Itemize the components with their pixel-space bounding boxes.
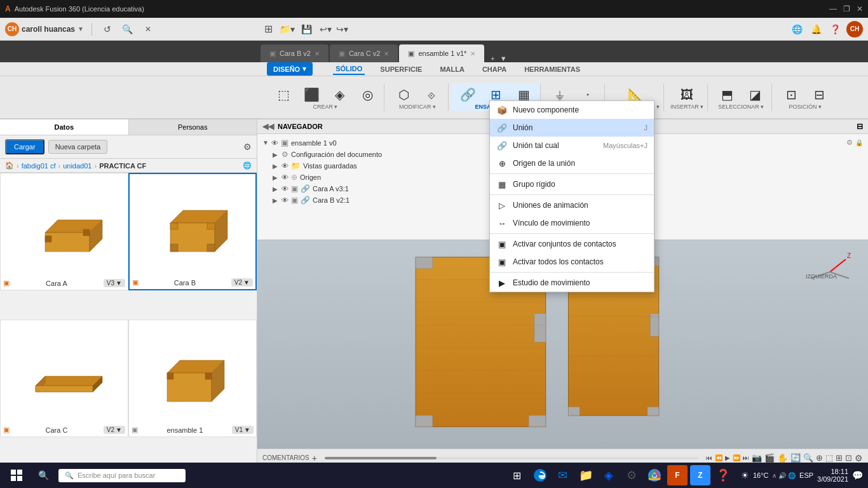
ribbon-tab-herramientas[interactable]: HERRAMIENTAS xyxy=(522,64,583,74)
crear-btn-1[interactable]: ⬚ xyxy=(271,86,296,104)
undo-btn[interactable]: ↩▾ xyxy=(318,22,333,37)
posicion-btn-2[interactable]: ⊟ xyxy=(806,86,832,104)
tab-close-ensamble[interactable]: ✕ xyxy=(470,50,475,57)
task-icon-taskview[interactable]: ⊞ xyxy=(507,465,527,485)
cara-b-eye-icon[interactable]: 👁 xyxy=(281,196,288,204)
zoom-btn[interactable]: 🔍 xyxy=(803,453,813,463)
tab-list-btn[interactable]: ▼ xyxy=(500,55,507,62)
origen-eye-icon[interactable]: 👁 xyxy=(281,173,288,181)
ribbon-tab-chapa[interactable]: CHAPA xyxy=(480,64,509,74)
thumb-version-cara-c[interactable]: V2 ▼ xyxy=(104,426,125,434)
ribbon-tab-malla[interactable]: MALLA xyxy=(437,64,467,74)
minimize-btn[interactable]: — xyxy=(829,4,837,13)
timeline-bar[interactable] xyxy=(325,457,698,459)
user-avatar-right[interactable]: CH xyxy=(846,21,863,37)
insertar-btn-1[interactable]: 🖼 xyxy=(674,86,700,104)
modificar-btn-2[interactable]: ⟐ xyxy=(419,86,444,104)
menu-union[interactable]: 🔗 Unión J xyxy=(490,119,654,137)
file-dropdown-btn[interactable]: 📁▾ xyxy=(280,22,295,37)
bc-fabdig[interactable]: fabdig01 cf xyxy=(22,162,56,170)
grid-apps-btn[interactable]: ⊞ xyxy=(261,22,276,37)
root-eye-icon[interactable]: 👁 xyxy=(271,139,278,147)
close-btn[interactable]: ✕ xyxy=(857,4,863,13)
thumb-version-cara-a[interactable]: V3 ▼ xyxy=(104,279,125,287)
pan-btn[interactable]: ✋ xyxy=(777,453,788,463)
nav-back-icon[interactable]: ◀◀ xyxy=(262,122,274,131)
appbar-close-btn[interactable]: ✕ xyxy=(140,22,156,37)
zoom-in-btn[interactable]: ⊕ xyxy=(816,453,823,463)
tab-close-cara-b[interactable]: ✕ xyxy=(315,50,320,57)
camera-btn[interactable]: 📷 xyxy=(752,453,762,463)
bc-unidad[interactable]: unidad01 xyxy=(63,162,92,170)
help-btn[interactable]: ❓ xyxy=(827,22,843,37)
maximize-btn[interactable]: ❐ xyxy=(843,4,850,13)
bc-home-icon[interactable]: 🏠 xyxy=(5,161,14,170)
user-dropdown-icon[interactable]: ▼ xyxy=(78,25,84,32)
seleccionar-btn-2[interactable]: ◪ xyxy=(742,86,768,104)
display-settings-btn[interactable]: ⊡ xyxy=(845,453,852,463)
crear-btn-2[interactable]: ⬛ xyxy=(299,86,324,104)
vistas-eye-icon[interactable]: 👁 xyxy=(281,162,288,170)
refresh-btn[interactable]: ↺ xyxy=(100,22,115,37)
grid-btn[interactable]: ⊞ xyxy=(836,453,843,463)
task-icon-edge[interactable] xyxy=(530,465,550,485)
thumb-cara-b[interactable]: ▣ Cara B V2 ▼ xyxy=(128,173,257,290)
settings-icon-bottom[interactable]: ⚙ xyxy=(855,453,863,463)
cara-a-eye-icon[interactable]: 👁 xyxy=(281,185,288,193)
thumb-cara-c[interactable]: ▣ Cara C V2 ▼ xyxy=(0,320,128,437)
modificar-btn-1[interactable]: ⬡ xyxy=(391,86,416,104)
seleccionar-btn-1[interactable]: ⬒ xyxy=(714,86,740,104)
menu-union-tal-cual[interactable]: 🔗 Unión tal cual Mayúsculas+J xyxy=(490,137,654,154)
notification-icon[interactable]: 💬 xyxy=(852,470,863,480)
task-icon-dropbox[interactable]: ◈ xyxy=(599,465,619,485)
playback-next-btn[interactable]: ⏩ xyxy=(733,454,740,461)
ensamblar-btn-1[interactable]: 🔗 xyxy=(455,86,480,104)
redo-btn[interactable]: ↪▾ xyxy=(334,22,349,37)
user-section[interactable]: CH caroll huancas ▼ xyxy=(5,22,84,36)
taskbar-search-bar[interactable]: 🔍 Escribe aquí para buscar xyxy=(58,469,186,482)
menu-vinculo-movimiento[interactable]: ↔ Vínculo de movimiento xyxy=(490,214,654,232)
lp-tab-datos[interactable]: Datos xyxy=(0,119,129,135)
task-icon-chrome[interactable] xyxy=(644,465,665,485)
playback-play-btn[interactable]: ▶ xyxy=(725,454,730,461)
menu-grupo-rigido[interactable]: ▦ Grupo rígido xyxy=(490,175,654,193)
title-controls[interactable]: — ❐ ✕ xyxy=(829,4,863,13)
design-btn[interactable]: DISEÑO ▾ xyxy=(267,62,313,76)
tab-ensamble-1[interactable]: ▣ ensamble 1 v1* ✕ xyxy=(399,44,484,62)
ribbon-tab-solido[interactable]: SÓLIDO xyxy=(333,64,365,75)
menu-uniones-animacion[interactable]: ▷ Uniones de animación xyxy=(490,196,654,214)
menu-origen-union[interactable]: ⊕ Origen de la unión xyxy=(490,154,654,172)
thumb-version-ensamble[interactable]: V1 ▼ xyxy=(232,426,254,434)
video-btn[interactable]: 🎬 xyxy=(764,453,775,463)
windows-start-btn[interactable] xyxy=(5,464,28,487)
tab-close-cara-c[interactable]: ✕ xyxy=(384,50,389,57)
settings-icon[interactable]: ⚙ xyxy=(243,142,252,152)
thumb-cara-a[interactable]: ▣ Cara A V3 ▼ xyxy=(0,173,128,290)
save-btn[interactable]: 💾 xyxy=(299,22,314,37)
crear-btn-4[interactable]: ◎ xyxy=(355,86,380,104)
task-icon-zoom[interactable]: Z xyxy=(690,465,710,485)
cargar-btn[interactable]: Cargar xyxy=(5,139,44,154)
ribbon-tab-superficie[interactable]: SUPERFICIE xyxy=(377,64,424,74)
lp-tab-personas[interactable]: Personas xyxy=(129,119,257,135)
playback-prev-btn[interactable]: ⏪ xyxy=(715,454,722,461)
navigator-collapse-icon[interactable]: ⊟ xyxy=(857,122,863,131)
help-community-btn[interactable]: 🌐 xyxy=(789,22,804,37)
search-btn-taskbar[interactable]: 🔍 xyxy=(32,464,55,487)
tab-add-btn[interactable]: + xyxy=(485,55,499,62)
menu-estudio-movimiento[interactable]: ▶ Estudio de movimiento xyxy=(490,274,654,292)
posicion-btn-1[interactable]: ⊡ xyxy=(778,86,804,104)
notifications-btn[interactable]: 🔔 xyxy=(808,22,824,37)
tab-cara-b-v2[interactable]: ▣ Cara B v2 ✕ xyxy=(261,44,329,62)
add-comment-btn[interactable]: + xyxy=(312,453,317,463)
view-cube-btn[interactable]: ⬚ xyxy=(825,453,833,463)
task-icon-help[interactable]: ❓ xyxy=(713,465,733,485)
task-icon-gear2[interactable]: ⚙ xyxy=(621,465,642,485)
playback-start-btn[interactable]: ⏮ xyxy=(706,454,712,461)
search-btn[interactable]: 🔍 xyxy=(120,22,135,37)
nueva-carpeta-btn[interactable]: Nueva carpeta xyxy=(48,140,108,154)
thumb-version-cara-b[interactable]: V2 ▼ xyxy=(231,278,253,287)
playback-end-btn[interactable]: ⏭ xyxy=(743,454,749,461)
orbit-btn[interactable]: 🔄 xyxy=(790,453,801,463)
root-settings-icon[interactable]: ⚙ xyxy=(846,139,853,147)
